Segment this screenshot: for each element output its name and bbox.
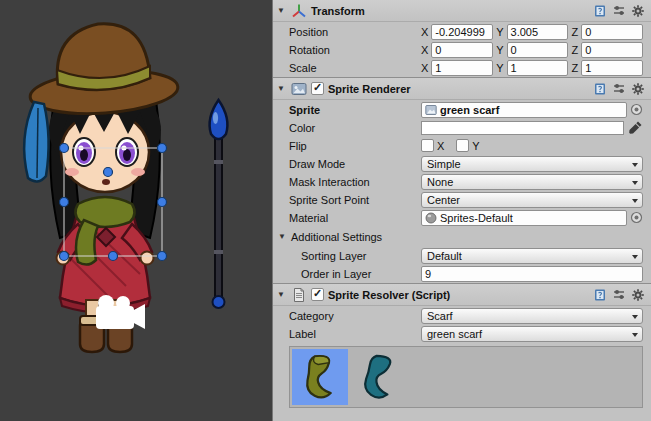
label-dropdown[interactable]: green scarf [421, 326, 643, 342]
material-object-name: Sprites-Default [440, 212, 513, 224]
gear-icon[interactable] [631, 82, 645, 96]
flip-y-label: Y [472, 140, 479, 152]
sprite-object-name: green scarf [440, 104, 499, 116]
flip-label: Flip [289, 140, 421, 152]
label-value: green scarf [427, 328, 482, 340]
axis-y-label: Y [496, 44, 503, 56]
draw-mode-label: Draw Mode [289, 158, 421, 170]
dropdown-arrow-icon [632, 181, 638, 185]
material-sphere-icon [425, 212, 437, 224]
order-in-layer-row: Order in Layer 9 [273, 265, 651, 282]
sprite-object-field[interactable]: green scarf [421, 102, 627, 118]
draw-mode-value: Simple [427, 158, 461, 170]
sprite-sort-point-row: Sprite Sort Point Center [273, 191, 651, 208]
object-picker-icon[interactable] [630, 211, 643, 224]
foldout-arrow-icon[interactable]: ▼ [277, 290, 287, 299]
position-label: Position [289, 26, 421, 38]
transform-title: Transform [311, 5, 365, 17]
sorting-layer-label: Sorting Layer [301, 250, 421, 262]
axis-x-label: X [421, 44, 428, 56]
help-icon[interactable] [593, 288, 607, 302]
scale-y-field[interactable]: 1 [507, 60, 569, 76]
sprite-sort-point-label: Sprite Sort Point [289, 194, 421, 206]
order-in-layer-field[interactable]: 9 [421, 266, 643, 282]
presets-icon[interactable] [612, 4, 626, 18]
sprite-renderer-enabled-checkbox[interactable] [311, 82, 324, 95]
position-x-field[interactable]: -0.204999 [431, 24, 493, 40]
rotation-label: Rotation [289, 44, 421, 56]
sprite-thumbnail-green-scarf[interactable] [292, 349, 348, 405]
rotation-y-field[interactable]: 0 [507, 42, 569, 58]
mask-interaction-row: Mask Interaction None [273, 173, 651, 190]
flip-row: Flip X Y [273, 137, 651, 154]
axis-x-label: X [421, 26, 428, 38]
sorting-layer-row: Sorting Layer Default [273, 247, 651, 264]
object-picker-icon[interactable] [630, 103, 643, 116]
sprite-thumbnail-teal-scarf[interactable] [351, 349, 407, 405]
foldout-arrow-icon[interactable]: ▼ [278, 232, 288, 241]
sorting-layer-value: Default [427, 250, 462, 262]
category-dropdown[interactable]: Scarf [421, 308, 643, 324]
axis-z-label: Z [571, 26, 578, 38]
help-icon[interactable] [593, 4, 607, 18]
foldout-arrow-icon[interactable]: ▼ [277, 84, 287, 93]
color-row: Color [273, 119, 651, 136]
sprite-resolver-enabled-checkbox[interactable] [311, 288, 324, 301]
position-row: Position X -0.204999 Y 3.005 Z 0 [273, 23, 651, 40]
scale-z-field[interactable]: 1 [581, 60, 643, 76]
sprite-thumb-icon [425, 104, 437, 116]
dropdown-arrow-icon [632, 255, 638, 259]
inspector-panel: ▼ Transform Position X -0.204999 Y 3.005… [272, 0, 651, 421]
sprite-renderer-header[interactable]: ▼ Sprite Renderer [273, 77, 651, 100]
scene-canvas [0, 0, 272, 421]
rotation-row: Rotation X 0 Y 0 Z 0 [273, 41, 651, 58]
scale-label: Scale [289, 62, 421, 74]
label-row: Label green scarf [273, 325, 651, 342]
draw-mode-dropdown[interactable]: Simple [421, 156, 643, 172]
scale-row: Scale X 1 Y 1 Z 1 [273, 59, 651, 76]
sprite-sort-point-dropdown[interactable]: Center [421, 192, 643, 208]
flip-y-checkbox[interactable] [456, 139, 469, 152]
sprite-renderer-icon [291, 81, 307, 97]
rotation-z-field[interactable]: 0 [581, 42, 643, 58]
category-row: Category Scarf [273, 307, 651, 324]
sprite-label: Sprite [289, 104, 421, 116]
additional-settings-label: Additional Settings [291, 231, 382, 243]
axis-x-label: X [421, 62, 428, 74]
axis-y-label: Y [496, 62, 503, 74]
presets-icon[interactable] [612, 288, 626, 302]
dropdown-arrow-icon [632, 333, 638, 337]
staff-sprite[interactable] [210, 100, 228, 308]
dropdown-arrow-icon [632, 163, 638, 167]
draw-mode-row: Draw Mode Simple [273, 155, 651, 172]
transform-header[interactable]: ▼ Transform [273, 0, 651, 22]
sprite-sort-point-value: Center [427, 194, 460, 206]
rotation-x-field[interactable]: 0 [431, 42, 493, 58]
sprite-variant-strip [289, 346, 643, 408]
flip-x-checkbox[interactable] [421, 139, 434, 152]
order-in-layer-label: Order in Layer [301, 268, 421, 280]
green-scarf-sprite [295, 352, 345, 402]
position-y-field[interactable]: 3.005 [507, 24, 569, 40]
additional-settings-foldout[interactable]: ▼ Additional Settings [273, 228, 651, 245]
category-value: Scarf [427, 310, 453, 322]
mask-interaction-dropdown[interactable]: None [421, 174, 643, 190]
eyedropper-icon[interactable] [628, 120, 643, 135]
gear-icon[interactable] [631, 4, 645, 18]
position-z-field[interactable]: 0 [581, 24, 643, 40]
foldout-arrow-icon[interactable]: ▼ [277, 6, 287, 15]
presets-icon[interactable] [612, 82, 626, 96]
material-label: Material [289, 212, 421, 224]
color-swatch[interactable] [421, 121, 624, 135]
scale-x-field[interactable]: 1 [431, 60, 493, 76]
sorting-layer-dropdown[interactable]: Default [421, 248, 643, 264]
material-object-field[interactable]: Sprites-Default [421, 210, 627, 226]
axis-z-label: Z [571, 62, 578, 74]
sprite-resolver-header[interactable]: ▼ Sprite Resolver (Script) [273, 283, 651, 306]
scene-view[interactable] [0, 0, 272, 421]
sprite-resolver-script-icon [291, 287, 307, 303]
transform-icon [291, 3, 307, 19]
gear-icon[interactable] [631, 288, 645, 302]
help-icon[interactable] [593, 82, 607, 96]
unity-editor-window: ▼ Transform Position X -0.204999 Y 3.005… [0, 0, 651, 421]
